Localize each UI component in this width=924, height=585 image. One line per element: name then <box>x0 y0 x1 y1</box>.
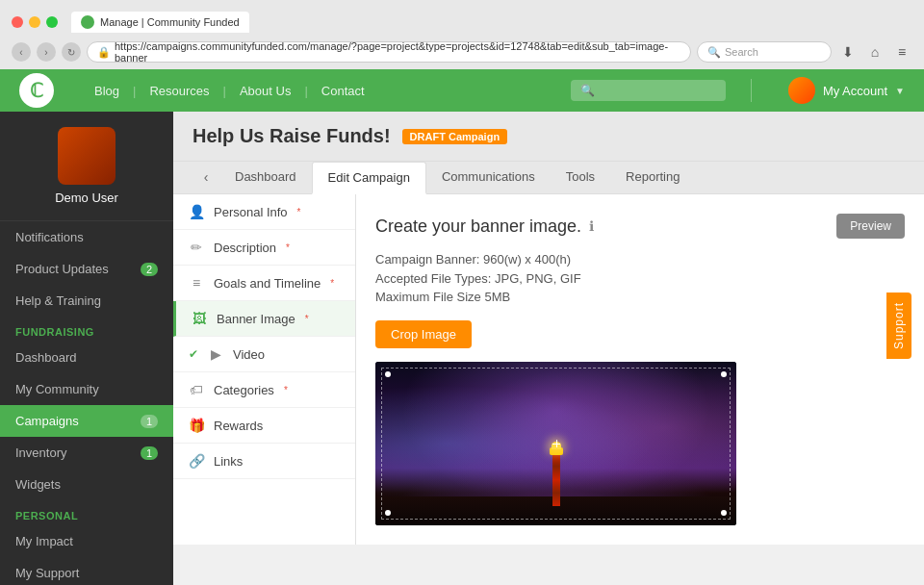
menu-personal-info[interactable]: 👤 Personal Info * <box>173 194 355 230</box>
sidebar-item-my-impact[interactable]: My Impact <box>0 525 173 557</box>
edit-campaign-menu: 👤 Personal Info * ✏ Description * ≡ Goal… <box>173 194 356 545</box>
banner-spec-types: Accepted File Types: JPG, PNG, GIF <box>375 269 905 289</box>
banner-image-panel: Create your banner image. ℹ Preview Camp… <box>356 194 924 545</box>
campaign-title: Help Us Raise Funds! <box>192 125 391 147</box>
search-placeholder: Search <box>725 46 758 58</box>
nav-blog[interactable]: Blog <box>83 84 131 98</box>
tab-edit-campaign[interactable]: Edit Campaign <box>312 162 426 194</box>
link-icon: 🔗 <box>189 453 204 469</box>
browser-tab[interactable]: Manage | Community Funded <box>71 12 249 33</box>
personal-section-label: PERSONAL <box>0 500 173 525</box>
sidebar-item-help-training[interactable]: Help & Training <box>0 285 173 317</box>
campaign-content: 👤 Personal Info * ✏ Description * ≡ Goal… <box>173 194 924 545</box>
sidebar-item-my-support[interactable]: My Support <box>0 557 173 585</box>
chevron-down-icon: ▼ <box>895 86 905 96</box>
menu-icon[interactable]: ≡ <box>891 41 912 63</box>
campaign-tabs: ‹ Dashboard Edit Campaign Communications… <box>173 162 924 194</box>
search-input[interactable] <box>601 84 716 97</box>
support-tab[interactable]: Support <box>886 292 911 359</box>
back-button[interactable]: ‹ <box>12 42 31 62</box>
sidebar-item-inventory[interactable]: Inventory 1 <box>0 437 173 469</box>
tab-favicon <box>81 15 94 29</box>
menu-label: Categories <box>214 383 274 397</box>
menu-label: Goals and Timeline <box>214 276 321 291</box>
minimize-btn[interactable] <box>29 16 40 28</box>
url-bar[interactable]: 🔒 https://campaigns.communityfunded.com/… <box>87 41 691 63</box>
main-layout: Demo User Notifications Product Updates … <box>0 112 924 585</box>
sidebar-item-widgets[interactable]: Widgets <box>0 469 173 500</box>
user-avatar <box>788 77 815 104</box>
sidebar-item-dashboard[interactable]: Dashboard <box>0 342 173 373</box>
nav-about[interactable]: About Us <box>228 84 302 98</box>
tab-title: Manage | Community Funded <box>100 16 240 28</box>
menu-label: Rewards <box>214 419 263 433</box>
pencil-icon: ✏ <box>189 240 204 255</box>
menu-label: Personal Info <box>214 205 288 219</box>
close-btn[interactable] <box>12 16 23 28</box>
menu-video[interactable]: ✔ ▶ Video <box>173 337 355 372</box>
sidebar-user-section: Demo User <box>0 112 173 221</box>
site-logo[interactable]: ℂ <box>19 73 54 108</box>
tab-reporting[interactable]: Reporting <box>610 162 695 194</box>
menu-links[interactable]: 🔗 Links <box>173 444 355 479</box>
banner-info: Campaign Banner: 960(w) x 400(h) Accepte… <box>375 250 905 307</box>
panel-title-text: Create your banner image. <box>375 216 581 237</box>
tab-tools[interactable]: Tools <box>551 162 610 194</box>
refresh-button[interactable]: ↻ <box>62 42 81 62</box>
sidebar-item-label: Help & Training <box>15 293 101 308</box>
person-icon: 👤 <box>189 204 204 219</box>
required-indicator: * <box>286 242 290 253</box>
browser-search[interactable]: 🔍 Search <box>697 41 832 63</box>
campaign-status-badge: DRAFT Campaign <box>402 129 508 144</box>
tab-back-button[interactable]: ‹ <box>192 162 219 192</box>
user-menu[interactable]: My Account ▼ <box>788 77 905 104</box>
banner-background <box>375 362 736 525</box>
forward-button[interactable]: › <box>37 42 56 62</box>
sidebar: Demo User Notifications Product Updates … <box>0 112 173 585</box>
check-icon: ✔ <box>189 347 198 361</box>
info-icon[interactable]: ℹ <box>589 218 594 234</box>
crop-image-button[interactable]: Crop Image <box>375 320 472 348</box>
sidebar-username: Demo User <box>15 191 158 205</box>
sidebar-item-label: Notifications <box>15 230 84 244</box>
video-icon: ▶ <box>208 346 223 362</box>
required-indicator: * <box>330 278 334 289</box>
search-icon: 🔍 <box>580 84 595 97</box>
home-icon[interactable]: ⌂ <box>864 41 886 63</box>
content-area: Help Us Raise Funds! DRAFT Campaign ‹ Da… <box>173 112 924 585</box>
panel-header: Create your banner image. ℹ Preview <box>375 214 905 239</box>
tag-icon: 🏷 <box>189 382 204 397</box>
required-indicator: * <box>284 385 288 395</box>
top-navigation: ℂ Blog | Resources | About Us | Contact … <box>0 69 924 112</box>
campaigns-badge: 1 <box>141 415 158 428</box>
menu-banner-image[interactable]: 🖼 Banner Image * <box>173 301 355 337</box>
sidebar-item-label: Campaigns <box>15 414 79 428</box>
top-search[interactable]: 🔍 <box>571 80 726 101</box>
nav-resources[interactable]: Resources <box>138 84 220 98</box>
sidebar-item-my-community[interactable]: My Community <box>0 373 173 405</box>
sidebar-item-product-updates[interactable]: Product Updates 2 <box>0 253 173 285</box>
menu-categories[interactable]: 🏷 Categories * <box>173 372 355 408</box>
fundraising-section-label: FUNDRAISING <box>0 317 173 342</box>
banner-spec-size: Campaign Banner: 960(w) x 400(h) <box>375 250 905 269</box>
sidebar-item-label: My Community <box>15 382 99 396</box>
nav-contact[interactable]: Contact <box>310 84 376 98</box>
url-text: https://campaigns.communityfunded.com/ma… <box>115 40 680 64</box>
sidebar-item-notifications[interactable]: Notifications <box>0 221 173 253</box>
maximize-btn[interactable] <box>46 16 58 28</box>
menu-description[interactable]: ✏ Description * <box>173 230 355 266</box>
menu-goals-timeline[interactable]: ≡ Goals and Timeline * <box>173 266 355 301</box>
menu-label: Description <box>214 241 276 255</box>
tab-dashboard[interactable]: Dashboard <box>219 162 312 194</box>
sidebar-avatar <box>58 127 116 185</box>
campaign-header: Help Us Raise Funds! DRAFT Campaign <box>173 112 924 162</box>
browser-controls: ‹ › ↻ 🔒 https://campaigns.communityfunde… <box>0 38 924 65</box>
preview-button[interactable]: Preview <box>836 214 905 239</box>
tab-communications[interactable]: Communications <box>426 162 551 194</box>
menu-rewards[interactable]: 🎁 Rewards <box>173 408 355 444</box>
sidebar-item-label: Inventory <box>15 445 66 460</box>
nav-links: Blog | Resources | About Us | Contact <box>83 84 552 98</box>
sidebar-item-label: My Impact <box>15 534 73 548</box>
sidebar-item-campaigns[interactable]: Campaigns 1 <box>0 405 173 437</box>
download-icon[interactable]: ⬇ <box>837 41 859 63</box>
